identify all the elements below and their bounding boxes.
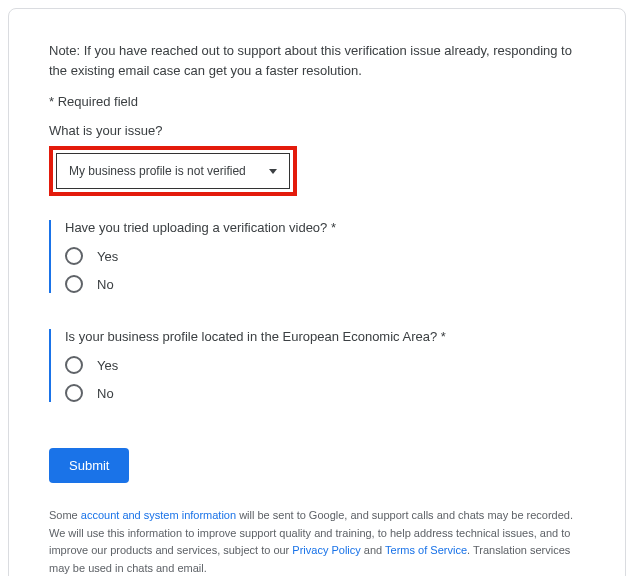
- privacy-policy-link[interactable]: Privacy Policy: [292, 544, 360, 556]
- radio-icon: [65, 356, 83, 374]
- radio-label-no: No: [97, 277, 114, 292]
- radio-label-no: No: [97, 386, 114, 401]
- question-eea-location: Is your business profile located in the …: [49, 329, 585, 402]
- issue-dropdown[interactable]: My business profile is not verified: [56, 153, 290, 189]
- disclaimer-part1: Some: [49, 509, 81, 521]
- radio-option-no-1[interactable]: No: [65, 275, 585, 293]
- terms-link[interactable]: Terms of Service: [385, 544, 467, 556]
- account-info-link[interactable]: account and system information: [81, 509, 236, 521]
- radio-option-yes-1[interactable]: Yes: [65, 247, 585, 265]
- caret-down-icon: [269, 169, 277, 174]
- radio-icon: [65, 275, 83, 293]
- disclaimer-text: Some account and system information will…: [49, 507, 585, 576]
- highlight-box: My business profile is not verified: [49, 146, 297, 196]
- radio-option-no-2[interactable]: No: [65, 384, 585, 402]
- radio-label-yes: Yes: [97, 249, 118, 264]
- dropdown-selected-text: My business profile is not verified: [69, 164, 246, 178]
- radio-icon: [65, 384, 83, 402]
- radio-label-yes: Yes: [97, 358, 118, 373]
- form-card: Note: If you have reached out to support…: [8, 8, 626, 576]
- submit-button[interactable]: Submit: [49, 448, 129, 483]
- disclaimer-part3: and: [361, 544, 385, 556]
- radio-option-yes-2[interactable]: Yes: [65, 356, 585, 374]
- note-text: Note: If you have reached out to support…: [49, 41, 585, 80]
- radio-icon: [65, 247, 83, 265]
- question-video-upload: Have you tried uploading a verification …: [49, 220, 585, 293]
- issue-label: What is your issue?: [49, 123, 585, 138]
- required-field-note: * Required field: [49, 94, 585, 109]
- question2-text: Is your business profile located in the …: [65, 329, 585, 344]
- question1-text: Have you tried uploading a verification …: [65, 220, 585, 235]
